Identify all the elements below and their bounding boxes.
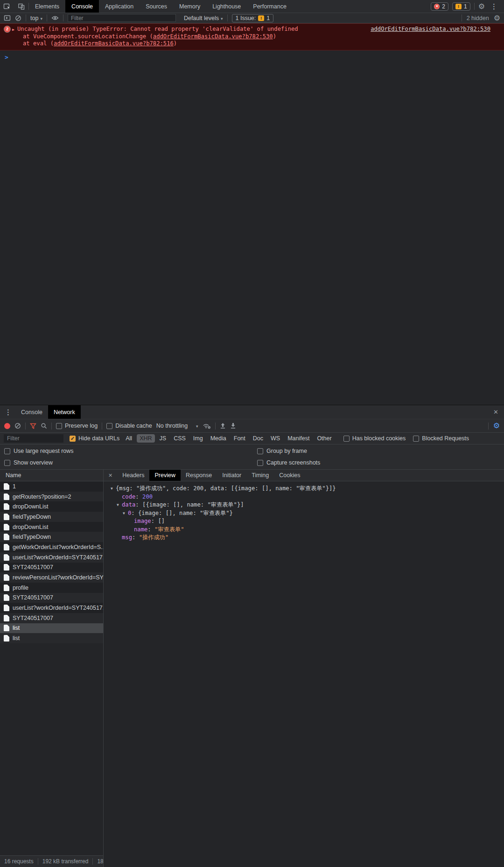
has-blocked-cookies-checkbox[interactable]: Has blocked cookies (343, 435, 406, 442)
throttling-selector[interactable]: No throttling (156, 423, 198, 429)
prompt-chevron: > (5, 54, 8, 61)
tab-cookies[interactable]: Cookies (274, 470, 305, 481)
tab-lighthouse[interactable]: Lighthouse (206, 0, 247, 13)
tab-initiator[interactable]: Initiator (217, 470, 246, 481)
network-conditions-button[interactable] (203, 423, 211, 429)
tab-sources[interactable]: Sources (140, 0, 173, 13)
drawer-tab-network[interactable]: Network (48, 405, 81, 419)
toolbar-divider (474, 3, 475, 10)
table-row[interactable]: SYT240517007 (0, 613, 103, 623)
expand-triangle-icon[interactable]: ▼ (117, 501, 122, 509)
live-expression-eye-button[interactable] (51, 15, 59, 21)
context-selector[interactable]: top (30, 15, 42, 21)
console-settings-gear-icon[interactable]: ⚙ (494, 14, 500, 22)
drawer-close-icon[interactable]: ✕ (488, 409, 504, 416)
error-source-link[interactable]: addOrEditFormBasicData.vue?b782:530 (371, 26, 490, 33)
table-row[interactable]: getWorkOrderList?workOrderId=S... (0, 542, 103, 552)
blocked-requests-checkbox[interactable]: Blocked Requests (413, 435, 469, 442)
kebab-menu-icon[interactable]: ⋮ (489, 2, 499, 11)
checkbox-icon (4, 460, 10, 466)
type-filter-manifest[interactable]: Manifest (285, 434, 312, 443)
type-filter-doc[interactable]: Doc (250, 434, 266, 443)
toolbar-divider (63, 14, 63, 21)
type-filter-img[interactable]: Img (190, 434, 206, 443)
source-location-link[interactable]: addOrEditFormBasicData.vue?b782:530 (153, 33, 273, 40)
tab-console[interactable]: Console (65, 0, 99, 13)
type-filter-xhr[interactable]: XHR (137, 434, 154, 443)
table-row[interactable]: SYT240517007 (0, 563, 103, 573)
console-sidebar-toggle-button[interactable] (4, 15, 11, 21)
table-row[interactable]: list (0, 633, 103, 643)
console-prompt[interactable]: > (0, 50, 504, 61)
tab-preview[interactable]: Preview (149, 470, 180, 481)
hide-data-urls-checkbox[interactable]: Hide data URLs (70, 435, 119, 442)
type-filter-js[interactable]: JS (157, 434, 169, 443)
table-row[interactable]: userList?workOrderId=SYT240517... (0, 603, 103, 613)
network-filter-input[interactable] (4, 434, 63, 443)
export-har-button[interactable] (230, 423, 236, 429)
json-tree-line: name: "审查表单" (104, 526, 504, 534)
group-by-frame-checkbox[interactable]: Group by frame (257, 448, 307, 454)
table-row[interactable]: list (0, 623, 103, 634)
preserve-log-checkbox[interactable]: Preserve log (56, 423, 98, 429)
log-levels-selector[interactable]: Default levels (184, 15, 223, 21)
type-filter-font[interactable]: Font (231, 434, 248, 443)
show-overview-checkbox[interactable]: Show overview (4, 459, 53, 466)
toolbar-divider (47, 14, 47, 21)
json-plain: : (135, 501, 142, 508)
warning-count-badge[interactable]: ! 1 (452, 2, 470, 11)
table-row[interactable]: reviewPersonList?workOrderId=SY... (0, 572, 103, 583)
tab-memory[interactable]: Memory (173, 0, 206, 13)
error-count-badge[interactable]: ✕ 2 (431, 2, 448, 11)
expand-triangle-icon[interactable]: ▼ (123, 509, 128, 518)
close-detail-icon[interactable]: ✕ (104, 472, 117, 479)
expand-triangle-icon[interactable]: ▼ (111, 485, 116, 493)
drawer-kebab-menu-icon[interactable]: ⋮ (0, 408, 15, 416)
disable-cache-checkbox[interactable]: Disable cache (106, 423, 152, 429)
expand-triangle-icon[interactable]: ▶ (12, 26, 14, 34)
tab-application[interactable]: Application (99, 0, 140, 13)
tab-timing[interactable]: Timing (246, 470, 274, 481)
table-row[interactable]: dropDownList (0, 501, 103, 512)
settings-gear-icon[interactable]: ⚙ (478, 3, 485, 10)
drawer-tab-console[interactable]: Console (15, 405, 48, 419)
inspect-element-button[interactable] (0, 0, 14, 13)
filter-funnel-button[interactable] (30, 423, 36, 429)
import-har-button[interactable] (220, 423, 226, 429)
table-row[interactable]: profile (0, 583, 103, 593)
type-filter-media[interactable]: Media (208, 434, 229, 443)
table-row[interactable]: getRouters?position=2 (0, 492, 103, 502)
table-row[interactable]: 1 (0, 481, 103, 492)
search-button[interactable] (41, 423, 47, 429)
name-column-header[interactable]: Name (0, 470, 103, 481)
summary-item: 192 kB transferred (38, 858, 93, 865)
table-row[interactable]: userList?workOrderId=SYT240517... (0, 552, 103, 563)
tab-performance[interactable]: Performance (247, 0, 293, 13)
resource-type-filters: AllXHRJSCSSImgMediaFontDocWSManifestOthe… (123, 434, 334, 443)
network-settings-gear-icon[interactable]: ⚙ (493, 422, 500, 430)
console-toolbar: top Default levels 1 Issue: ! 1 2 hidden… (0, 13, 504, 23)
tabbar-right-group: ✕ 2 ! 1 ⚙ ⋮ (431, 0, 504, 13)
warning-bubble-icon: ! (455, 4, 462, 9)
type-filter-ws[interactable]: WS (268, 434, 283, 443)
record-button[interactable] (4, 423, 10, 429)
device-toolbar-button[interactable] (14, 0, 28, 13)
type-filter-css[interactable]: CSS (171, 434, 189, 443)
type-filter-all[interactable]: All (123, 434, 135, 443)
clear-console-button[interactable] (15, 15, 21, 21)
table-row[interactable]: fieldTypeDown (0, 512, 103, 522)
request-name: list (13, 635, 20, 641)
use-large-rows-checkbox[interactable]: Use large request rows (4, 448, 74, 454)
tab-headers[interactable]: Headers (117, 470, 149, 481)
table-row[interactable]: fieldTypeDown (0, 532, 103, 542)
capture-screenshots-checkbox[interactable]: Capture screenshots (257, 459, 320, 466)
tab-elements[interactable]: Elements (29, 0, 65, 13)
source-location-link[interactable]: addOrEditFormBasicData.vue?b782:516 (54, 40, 174, 47)
issues-button[interactable]: 1 Issue: ! 1 (232, 14, 274, 22)
table-row[interactable]: dropDownList (0, 522, 103, 532)
table-row[interactable]: SYT240517007 (0, 593, 103, 603)
tab-response[interactable]: Response (181, 470, 217, 481)
clear-requests-button[interactable] (14, 423, 21, 429)
console-filter-input[interactable] (68, 14, 176, 22)
type-filter-other[interactable]: Other (314, 434, 334, 443)
